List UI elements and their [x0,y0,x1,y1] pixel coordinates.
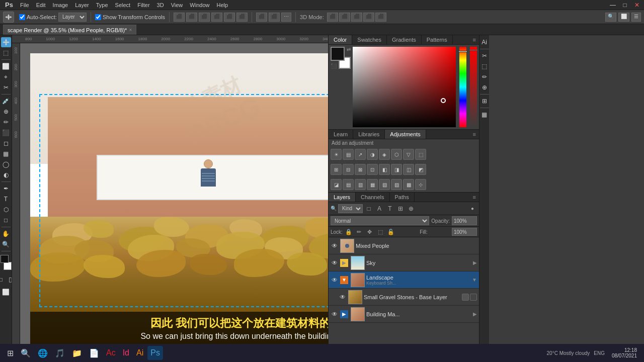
adj-vibrance[interactable]: ◈ [379,149,390,160]
menu-help[interactable]: Help [213,1,231,9]
color-tab[interactable]: Color [329,35,352,44]
adj-icon-11[interactable]: ▥ [355,179,366,190]
layer-gravel[interactable]: 👁 Small Gravel Stones - Base Layer [329,289,479,306]
lock-transparent-btn[interactable]: 🔒 [344,228,353,236]
dist-h-btn[interactable]: ⬛ [256,13,267,22]
3d-btn-5[interactable]: ⬛ [375,13,386,22]
adj-icon-9[interactable]: ◪ [331,179,342,190]
menu-select[interactable]: Select [112,1,134,9]
document-tab[interactable]: scape Render @ 35.5% (Mixed People, RGB/… [3,25,136,35]
adj-channel-mix[interactable]: ⊟ [343,164,354,175]
alpha-bar[interactable] [470,47,477,127]
learn-tab[interactable]: Learn [329,130,353,139]
layers-filter-btn-5[interactable]: ⊕ [407,204,416,213]
menu-filter[interactable]: Filter [134,1,152,9]
shape-tool[interactable]: □ [1,215,11,225]
marquee-tool[interactable]: ⬜ [1,61,11,71]
adj-panel-collapse[interactable]: ≡ [470,130,479,139]
adj-icon-14[interactable]: ▨ [391,179,402,190]
adj-hue-sat[interactable]: ⬡ [391,149,402,160]
channels-tab[interactable]: Channels [356,193,389,202]
layers-filter-toggle[interactable]: ● [468,204,477,213]
layer-building-mat[interactable]: 👁 ▶ Building Ma... ▶ [329,306,479,323]
auto-select-checkbox[interactable] [19,14,25,20]
align-top-btn[interactable]: ⬛ [211,13,222,22]
menu-image[interactable]: Image [50,1,71,9]
layer-expand-sky[interactable]: ▶ [473,260,477,265]
adj-curves[interactable]: ↗ [355,149,366,160]
color-gradient-picker[interactable] [353,47,456,127]
layers-filter-btn-3[interactable]: T [385,204,394,213]
fg-color[interactable] [331,47,345,61]
auto-select-dropdown[interactable]: Layer Group [58,13,87,22]
hand-tool[interactable]: ✋ [1,229,11,239]
tab-close-btn[interactable]: × [129,27,132,33]
layers-filter-btn-2[interactable]: A [375,204,384,213]
adj-icon-15[interactable]: ▩ [403,179,414,190]
opacity-input[interactable] [452,216,477,225]
adj-levels[interactable]: ▤ [343,149,354,160]
rt-crop-btn[interactable]: ✂ [479,51,490,61]
eraser-tool[interactable]: ◻ [1,138,11,148]
rt-ai-btn[interactable]: Ai [479,37,490,47]
dodge-tool[interactable]: ◐ [1,170,11,180]
adj-threshold[interactable]: ◨ [391,164,402,175]
layers-kind-select[interactable]: Kind [338,204,363,213]
adj-photo-filter[interactable]: ⊞ [331,164,342,175]
align-center-h-btn[interactable]: ⬛ [186,13,197,22]
artboard-tool[interactable]: ⬚ [1,48,11,58]
layer-expand-building[interactable]: ▶ [473,311,477,317]
pen-tool[interactable]: ✒ [1,184,11,194]
adj-bw[interactable]: ⬚ [415,149,426,160]
clone-tool[interactable]: ⬛ [1,128,11,138]
dist-extra-btn[interactable]: ⋯ [281,13,291,22]
paths-tab[interactable]: Paths [390,193,415,202]
rt-select-btn[interactable]: ⬚ [479,61,490,71]
lock-position-btn[interactable]: ✥ [365,228,374,236]
adj-color-bal[interactable]: ▽ [403,149,414,160]
swap-colors-icon[interactable]: ⇄ [347,47,351,52]
adj-icon-16[interactable]: ⊹ [415,179,426,190]
taskbar-search[interactable]: 🔍 [18,346,34,360]
rt-chart-btn[interactable]: ▦ [479,110,490,120]
menu-window[interactable]: Window [187,1,212,9]
eyedropper-tool[interactable]: 💉 [1,96,11,106]
adj-gradient-map[interactable]: ◫ [403,164,414,175]
adj-invert[interactable]: ⊡ [367,164,378,175]
layers-tab[interactable]: Layers [329,193,356,202]
layers-filter-btn-1[interactable]: □ [364,204,373,213]
gradients-tab[interactable]: Gradients [387,35,422,44]
menu-3d[interactable]: 3D [154,1,167,9]
path-sel-tool[interactable]: ⬡ [1,205,11,215]
taskbar-indesign[interactable]: Id [120,346,132,360]
taskbar-start[interactable]: ⊞ [4,346,17,360]
quickmask-mode-btn[interactable]: ◨ [6,275,12,285]
gradient-tool[interactable]: ▦ [1,149,11,159]
maximize-btn[interactable]: □ [620,0,630,10]
taskbar-chrome[interactable]: 🌐 [35,346,51,360]
3d-btn-1[interactable]: ⬛ [327,13,338,22]
menu-layer[interactable]: Layer [72,1,92,9]
adj-posterize[interactable]: ◧ [379,164,390,175]
rt-heal-btn[interactable]: ⊕ [479,82,490,93]
crop-tool[interactable]: ✂ [1,82,11,93]
adj-icon-10[interactable]: ▤ [343,179,354,190]
layer-landscape[interactable]: 👁 ▼ Landscape Keyboard Sh... ▼ [329,272,479,289]
menu-edit[interactable]: Edit [33,1,49,9]
layer-vis-mixed-people[interactable]: 👁 [331,242,339,250]
move-tool-icon[interactable] [3,12,14,23]
3d-btn-2[interactable]: ⬛ [339,13,350,22]
minimize-btn[interactable]: — [608,0,618,10]
adj-selective-color[interactable]: ◩ [415,164,426,175]
align-left-btn[interactable]: ⬛ [174,13,185,22]
lock-image-btn[interactable]: ✏ [355,228,364,236]
taskbar-explorer[interactable]: 📁 [69,346,85,360]
taskbar-word[interactable]: 📄 [86,346,102,360]
swatches-tab[interactable]: Swatches [352,35,387,44]
align-bottom-btn[interactable]: ⬛ [236,13,248,22]
canvas-viewport[interactable]: 八八素材 [20,43,328,352]
fg-color-swatch[interactable] [1,255,9,263]
taskbar-acrobat[interactable]: Ac [103,346,119,360]
layer-sky[interactable]: 👁 ▶ Sky ▶ [329,254,479,272]
layer-vis-sky[interactable]: 👁 [331,259,339,267]
